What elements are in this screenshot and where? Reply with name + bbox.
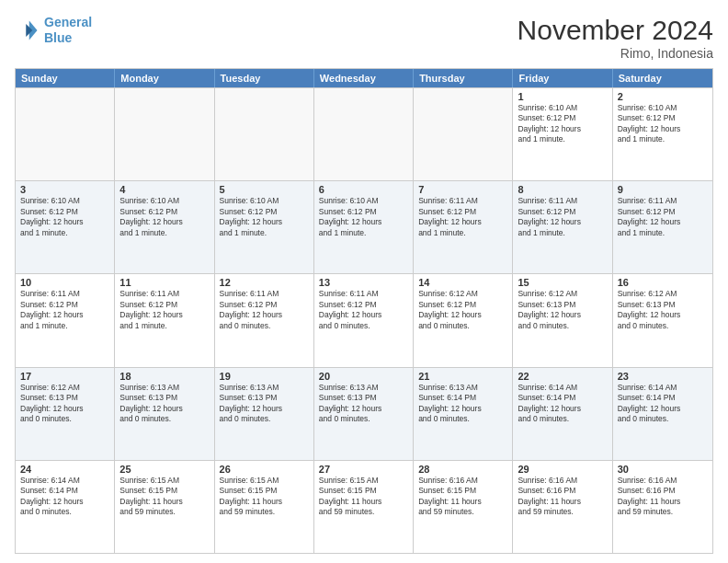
calendar-cell <box>115 88 214 180</box>
cell-info: Sunrise: 6:15 AM Sunset: 6:15 PM Dayligh… <box>319 476 408 518</box>
cell-info: Sunrise: 6:10 AM Sunset: 6:12 PM Dayligh… <box>518 103 607 145</box>
cell-info: Sunrise: 6:11 AM Sunset: 6:12 PM Dayligh… <box>20 289 109 331</box>
day-number: 16 <box>618 277 708 288</box>
calendar-cell <box>215 88 314 180</box>
calendar-cell: 15Sunrise: 6:12 AM Sunset: 6:13 PM Dayli… <box>513 274 612 366</box>
cell-info: Sunrise: 6:13 AM Sunset: 6:13 PM Dayligh… <box>119 383 209 425</box>
day-number: 7 <box>418 184 507 195</box>
day-number: 13 <box>319 277 408 288</box>
calendar-cell: 16Sunrise: 6:12 AM Sunset: 6:13 PM Dayli… <box>613 274 712 366</box>
cell-info: Sunrise: 6:10 AM Sunset: 6:12 PM Dayligh… <box>319 196 408 238</box>
day-number: 1 <box>518 91 607 102</box>
calendar-cell: 4Sunrise: 6:10 AM Sunset: 6:12 PM Daylig… <box>115 181 214 273</box>
day-number: 4 <box>119 184 209 195</box>
day-number: 18 <box>119 371 209 382</box>
day-number: 23 <box>618 371 708 382</box>
calendar-header: SundayMondayTuesdayWednesdayThursdayFrid… <box>16 69 712 87</box>
cell-info: Sunrise: 6:13 AM Sunset: 6:14 PM Dayligh… <box>418 383 507 425</box>
calendar-cell: 1Sunrise: 6:10 AM Sunset: 6:12 PM Daylig… <box>513 88 612 180</box>
calendar-cell: 28Sunrise: 6:16 AM Sunset: 6:15 PM Dayli… <box>414 461 513 553</box>
calendar-cell: 10Sunrise: 6:11 AM Sunset: 6:12 PM Dayli… <box>16 274 115 366</box>
day-number: 15 <box>518 277 607 288</box>
calendar-cell: 17Sunrise: 6:12 AM Sunset: 6:13 PM Dayli… <box>16 368 115 460</box>
cell-info: Sunrise: 6:10 AM Sunset: 6:12 PM Dayligh… <box>618 103 708 145</box>
calendar-row: 3Sunrise: 6:10 AM Sunset: 6:12 PM Daylig… <box>16 180 712 273</box>
calendar-cell: 11Sunrise: 6:11 AM Sunset: 6:12 PM Dayli… <box>115 274 214 366</box>
calendar-row: 1Sunrise: 6:10 AM Sunset: 6:12 PM Daylig… <box>16 87 712 180</box>
cell-info: Sunrise: 6:15 AM Sunset: 6:15 PM Dayligh… <box>119 476 209 518</box>
calendar-body: 1Sunrise: 6:10 AM Sunset: 6:12 PM Daylig… <box>16 87 712 553</box>
month-title: November 2024 <box>518 15 713 46</box>
day-number: 30 <box>618 464 708 475</box>
calendar-cell: 22Sunrise: 6:14 AM Sunset: 6:14 PM Dayli… <box>513 368 612 460</box>
calendar-cell: 12Sunrise: 6:11 AM Sunset: 6:12 PM Dayli… <box>215 274 314 366</box>
calendar-cell <box>414 88 513 180</box>
day-number: 28 <box>418 464 507 475</box>
cell-info: Sunrise: 6:12 AM Sunset: 6:13 PM Dayligh… <box>518 289 607 331</box>
cell-info: Sunrise: 6:14 AM Sunset: 6:14 PM Dayligh… <box>20 476 109 518</box>
calendar-cell <box>16 88 115 180</box>
cell-info: Sunrise: 6:10 AM Sunset: 6:12 PM Dayligh… <box>20 196 109 238</box>
logo-icon <box>15 17 40 43</box>
day-number: 19 <box>220 371 309 382</box>
calendar-cell: 2Sunrise: 6:10 AM Sunset: 6:12 PM Daylig… <box>613 88 712 180</box>
title-area: November 2024 Rimo, Indonesia <box>518 15 713 61</box>
weekday-header: Friday <box>513 69 612 87</box>
cell-info: Sunrise: 6:11 AM Sunset: 6:12 PM Dayligh… <box>319 289 408 331</box>
calendar-cell: 20Sunrise: 6:13 AM Sunset: 6:13 PM Dayli… <box>314 368 414 460</box>
calendar-cell: 8Sunrise: 6:11 AM Sunset: 6:12 PM Daylig… <box>513 181 612 273</box>
cell-info: Sunrise: 6:15 AM Sunset: 6:15 PM Dayligh… <box>220 476 309 518</box>
cell-info: Sunrise: 6:13 AM Sunset: 6:13 PM Dayligh… <box>319 383 408 425</box>
header: General Blue November 2024 Rimo, Indones… <box>15 15 713 61</box>
day-number: 24 <box>20 464 109 475</box>
calendar-cell: 3Sunrise: 6:10 AM Sunset: 6:12 PM Daylig… <box>16 181 115 273</box>
cell-info: Sunrise: 6:16 AM Sunset: 6:16 PM Dayligh… <box>618 476 708 518</box>
day-number: 26 <box>220 464 309 475</box>
calendar-cell: 29Sunrise: 6:16 AM Sunset: 6:16 PM Dayli… <box>513 461 612 553</box>
calendar-cell: 5Sunrise: 6:10 AM Sunset: 6:12 PM Daylig… <box>215 181 314 273</box>
day-number: 6 <box>319 184 408 195</box>
day-number: 10 <box>20 277 109 288</box>
location: Rimo, Indonesia <box>518 46 713 61</box>
logo: General Blue <box>15 15 92 46</box>
logo-text: General Blue <box>44 15 92 46</box>
logo-line2: Blue <box>44 30 72 45</box>
day-number: 9 <box>618 184 708 195</box>
weekday-header: Monday <box>115 69 214 87</box>
cell-info: Sunrise: 6:10 AM Sunset: 6:12 PM Dayligh… <box>220 196 309 238</box>
day-number: 14 <box>418 277 507 288</box>
day-number: 22 <box>518 371 607 382</box>
cell-info: Sunrise: 6:16 AM Sunset: 6:15 PM Dayligh… <box>418 476 507 518</box>
calendar-cell: 30Sunrise: 6:16 AM Sunset: 6:16 PM Dayli… <box>613 461 712 553</box>
cell-info: Sunrise: 6:11 AM Sunset: 6:12 PM Dayligh… <box>618 196 708 238</box>
calendar-cell: 21Sunrise: 6:13 AM Sunset: 6:14 PM Dayli… <box>414 368 513 460</box>
calendar-row: 17Sunrise: 6:12 AM Sunset: 6:13 PM Dayli… <box>16 367 712 460</box>
cell-info: Sunrise: 6:12 AM Sunset: 6:12 PM Dayligh… <box>418 289 507 331</box>
day-number: 5 <box>220 184 309 195</box>
cell-info: Sunrise: 6:10 AM Sunset: 6:12 PM Dayligh… <box>119 196 209 238</box>
day-number: 29 <box>518 464 607 475</box>
calendar-cell: 18Sunrise: 6:13 AM Sunset: 6:13 PM Dayli… <box>115 368 214 460</box>
calendar: SundayMondayTuesdayWednesdayThursdayFrid… <box>15 68 713 554</box>
calendar-cell: 24Sunrise: 6:14 AM Sunset: 6:14 PM Dayli… <box>16 461 115 553</box>
cell-info: Sunrise: 6:12 AM Sunset: 6:13 PM Dayligh… <box>618 289 708 331</box>
cell-info: Sunrise: 6:11 AM Sunset: 6:12 PM Dayligh… <box>418 196 507 238</box>
calendar-cell: 26Sunrise: 6:15 AM Sunset: 6:15 PM Dayli… <box>215 461 314 553</box>
weekday-header: Wednesday <box>314 69 414 87</box>
weekday-header: Thursday <box>414 69 513 87</box>
calendar-cell: 25Sunrise: 6:15 AM Sunset: 6:15 PM Dayli… <box>115 461 214 553</box>
day-number: 2 <box>618 91 708 102</box>
calendar-row: 10Sunrise: 6:11 AM Sunset: 6:12 PM Dayli… <box>16 273 712 366</box>
calendar-cell <box>314 88 414 180</box>
cell-info: Sunrise: 6:11 AM Sunset: 6:12 PM Dayligh… <box>518 196 607 238</box>
calendar-cell: 19Sunrise: 6:13 AM Sunset: 6:13 PM Dayli… <box>215 368 314 460</box>
cell-info: Sunrise: 6:13 AM Sunset: 6:13 PM Dayligh… <box>220 383 309 425</box>
cell-info: Sunrise: 6:11 AM Sunset: 6:12 PM Dayligh… <box>119 289 209 331</box>
calendar-cell: 27Sunrise: 6:15 AM Sunset: 6:15 PM Dayli… <box>314 461 414 553</box>
day-number: 3 <box>20 184 109 195</box>
calendar-cell: 6Sunrise: 6:10 AM Sunset: 6:12 PM Daylig… <box>314 181 414 273</box>
page: General Blue November 2024 Rimo, Indones… <box>0 0 728 563</box>
cell-info: Sunrise: 6:11 AM Sunset: 6:12 PM Dayligh… <box>220 289 309 331</box>
cell-info: Sunrise: 6:14 AM Sunset: 6:14 PM Dayligh… <box>518 383 607 425</box>
weekday-header: Saturday <box>613 69 712 87</box>
